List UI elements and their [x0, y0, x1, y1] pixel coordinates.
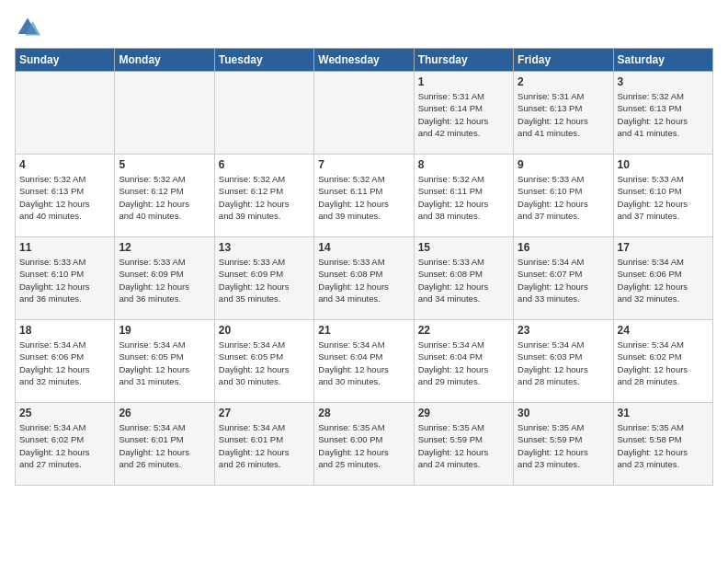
calendar-cell: 12Sunrise: 5:33 AM Sunset: 6:09 PM Dayli… — [115, 237, 214, 320]
day-number: 8 — [418, 158, 509, 171]
calendar-cell: 24Sunrise: 5:34 AM Sunset: 6:02 PM Dayli… — [613, 320, 712, 403]
day-number: 31 — [618, 407, 709, 419]
header-day-saturday: Saturday — [613, 49, 712, 72]
day-info: Sunrise: 5:33 AM Sunset: 6:10 PM Dayligh… — [518, 173, 609, 222]
day-info: Sunrise: 5:32 AM Sunset: 6:13 PM Dayligh… — [618, 90, 709, 139]
day-info: Sunrise: 5:34 AM Sunset: 6:03 PM Dayligh… — [518, 339, 609, 387]
day-info: Sunrise: 5:33 AM Sunset: 6:10 PM Dayligh… — [19, 256, 110, 304]
header-day-tuesday: Tuesday — [214, 49, 313, 72]
calendar-table: SundayMondayTuesdayWednesdayThursdayFrid… — [15, 48, 713, 486]
logo — [15, 15, 44, 40]
day-number: 7 — [318, 158, 409, 171]
calendar-cell: 30Sunrise: 5:35 AM Sunset: 5:59 PM Dayli… — [514, 403, 613, 486]
week-row-3: 11Sunrise: 5:33 AM Sunset: 6:10 PM Dayli… — [16, 237, 713, 320]
day-number: 24 — [618, 324, 709, 337]
calendar-cell: 25Sunrise: 5:34 AM Sunset: 6:02 PM Dayli… — [16, 403, 115, 486]
day-number: 23 — [518, 324, 609, 337]
day-info: Sunrise: 5:35 AM Sunset: 5:59 PM Dayligh… — [418, 421, 509, 470]
week-row-5: 25Sunrise: 5:34 AM Sunset: 6:02 PM Dayli… — [16, 403, 713, 486]
day-info: Sunrise: 5:33 AM Sunset: 6:10 PM Dayligh… — [618, 173, 709, 222]
day-info: Sunrise: 5:35 AM Sunset: 5:59 PM Dayligh… — [518, 421, 609, 470]
calendar-cell: 10Sunrise: 5:33 AM Sunset: 6:10 PM Dayli… — [613, 155, 712, 237]
calendar-cell — [314, 72, 414, 155]
calendar-cell: 23Sunrise: 5:34 AM Sunset: 6:03 PM Dayli… — [514, 320, 613, 403]
calendar-cell: 15Sunrise: 5:33 AM Sunset: 6:08 PM Dayli… — [414, 237, 513, 320]
day-number: 22 — [418, 324, 509, 337]
day-number: 12 — [119, 241, 210, 254]
day-info: Sunrise: 5:34 AM Sunset: 6:06 PM Dayligh… — [618, 256, 709, 304]
calendar-cell: 1Sunrise: 5:31 AM Sunset: 6:14 PM Daylig… — [414, 72, 513, 155]
day-number: 13 — [219, 241, 310, 254]
day-number: 28 — [318, 407, 409, 419]
calendar-body: 1Sunrise: 5:31 AM Sunset: 6:14 PM Daylig… — [16, 72, 713, 486]
day-info: Sunrise: 5:31 AM Sunset: 6:13 PM Dayligh… — [518, 90, 609, 139]
day-info: Sunrise: 5:34 AM Sunset: 6:04 PM Dayligh… — [318, 339, 409, 387]
day-number: 18 — [19, 324, 110, 337]
day-info: Sunrise: 5:32 AM Sunset: 6:11 PM Dayligh… — [318, 173, 409, 222]
day-number: 2 — [518, 75, 609, 88]
calendar-cell: 5Sunrise: 5:32 AM Sunset: 6:12 PM Daylig… — [115, 155, 214, 237]
header-day-friday: Friday — [514, 49, 613, 72]
day-number: 10 — [618, 158, 709, 171]
day-info: Sunrise: 5:34 AM Sunset: 6:04 PM Dayligh… — [418, 339, 509, 387]
day-number: 21 — [318, 324, 409, 337]
day-info: Sunrise: 5:34 AM Sunset: 6:07 PM Dayligh… — [518, 256, 609, 304]
day-number: 5 — [119, 158, 210, 171]
day-info: Sunrise: 5:32 AM Sunset: 6:13 PM Dayligh… — [19, 173, 110, 222]
calendar-cell: 19Sunrise: 5:34 AM Sunset: 6:05 PM Dayli… — [115, 320, 214, 403]
day-info: Sunrise: 5:32 AM Sunset: 6:12 PM Dayligh… — [219, 173, 310, 222]
day-number: 25 — [19, 407, 110, 419]
header-day-sunday: Sunday — [16, 49, 115, 72]
calendar-cell: 18Sunrise: 5:34 AM Sunset: 6:06 PM Dayli… — [16, 320, 115, 403]
day-info: Sunrise: 5:34 AM Sunset: 6:05 PM Dayligh… — [219, 339, 310, 387]
day-number: 14 — [318, 241, 409, 254]
day-number: 15 — [418, 241, 509, 254]
day-number: 4 — [19, 158, 110, 171]
day-number: 20 — [219, 324, 310, 337]
day-info: Sunrise: 5:31 AM Sunset: 6:14 PM Dayligh… — [418, 90, 509, 139]
header — [15, 15, 713, 40]
day-number: 30 — [518, 407, 609, 419]
day-number: 1 — [418, 75, 509, 88]
header-day-wednesday: Wednesday — [314, 49, 414, 72]
day-info: Sunrise: 5:34 AM Sunset: 6:05 PM Dayligh… — [119, 339, 210, 387]
calendar-cell: 7Sunrise: 5:32 AM Sunset: 6:11 PM Daylig… — [314, 155, 414, 237]
day-number: 11 — [19, 241, 110, 254]
week-row-2: 4Sunrise: 5:32 AM Sunset: 6:13 PM Daylig… — [16, 155, 713, 237]
calendar-cell: 29Sunrise: 5:35 AM Sunset: 5:59 PM Dayli… — [414, 403, 513, 486]
day-info: Sunrise: 5:34 AM Sunset: 6:06 PM Dayligh… — [19, 339, 110, 387]
calendar-cell: 6Sunrise: 5:32 AM Sunset: 6:12 PM Daylig… — [214, 155, 313, 237]
day-info: Sunrise: 5:33 AM Sunset: 6:09 PM Dayligh… — [119, 256, 210, 304]
week-row-1: 1Sunrise: 5:31 AM Sunset: 6:14 PM Daylig… — [16, 72, 713, 155]
calendar-cell: 13Sunrise: 5:33 AM Sunset: 6:09 PM Dayli… — [214, 237, 313, 320]
calendar-cell: 21Sunrise: 5:34 AM Sunset: 6:04 PM Dayli… — [314, 320, 414, 403]
header-row: SundayMondayTuesdayWednesdayThursdayFrid… — [16, 49, 713, 72]
calendar-cell: 28Sunrise: 5:35 AM Sunset: 6:00 PM Dayli… — [314, 403, 414, 486]
day-info: Sunrise: 5:34 AM Sunset: 6:02 PM Dayligh… — [19, 421, 110, 470]
calendar-cell: 16Sunrise: 5:34 AM Sunset: 6:07 PM Dayli… — [514, 237, 613, 320]
calendar-cell: 14Sunrise: 5:33 AM Sunset: 6:08 PM Dayli… — [314, 237, 414, 320]
day-info: Sunrise: 5:34 AM Sunset: 6:01 PM Dayligh… — [119, 421, 210, 470]
day-info: Sunrise: 5:35 AM Sunset: 6:00 PM Dayligh… — [318, 421, 409, 470]
day-number: 29 — [418, 407, 509, 419]
day-info: Sunrise: 5:33 AM Sunset: 6:08 PM Dayligh… — [318, 256, 409, 304]
week-row-4: 18Sunrise: 5:34 AM Sunset: 6:06 PM Dayli… — [16, 320, 713, 403]
calendar-header: SundayMondayTuesdayWednesdayThursdayFrid… — [16, 49, 713, 72]
header-day-thursday: Thursday — [414, 49, 513, 72]
calendar-cell: 8Sunrise: 5:32 AM Sunset: 6:11 PM Daylig… — [414, 155, 513, 237]
day-number: 3 — [618, 75, 709, 88]
day-info: Sunrise: 5:32 AM Sunset: 6:12 PM Dayligh… — [119, 173, 210, 222]
calendar-cell — [214, 72, 313, 155]
calendar-cell: 17Sunrise: 5:34 AM Sunset: 6:06 PM Dayli… — [613, 237, 712, 320]
day-number: 26 — [119, 407, 210, 419]
day-number: 19 — [119, 324, 210, 337]
calendar-cell — [16, 72, 115, 155]
day-info: Sunrise: 5:33 AM Sunset: 6:09 PM Dayligh… — [219, 256, 310, 304]
day-info: Sunrise: 5:34 AM Sunset: 6:01 PM Dayligh… — [219, 421, 310, 470]
day-info: Sunrise: 5:32 AM Sunset: 6:11 PM Dayligh… — [418, 173, 509, 222]
calendar-cell: 9Sunrise: 5:33 AM Sunset: 6:10 PM Daylig… — [514, 155, 613, 237]
calendar-cell — [115, 72, 214, 155]
calendar-cell: 11Sunrise: 5:33 AM Sunset: 6:10 PM Dayli… — [16, 237, 115, 320]
calendar-cell: 27Sunrise: 5:34 AM Sunset: 6:01 PM Dayli… — [214, 403, 313, 486]
calendar-cell: 22Sunrise: 5:34 AM Sunset: 6:04 PM Dayli… — [414, 320, 513, 403]
